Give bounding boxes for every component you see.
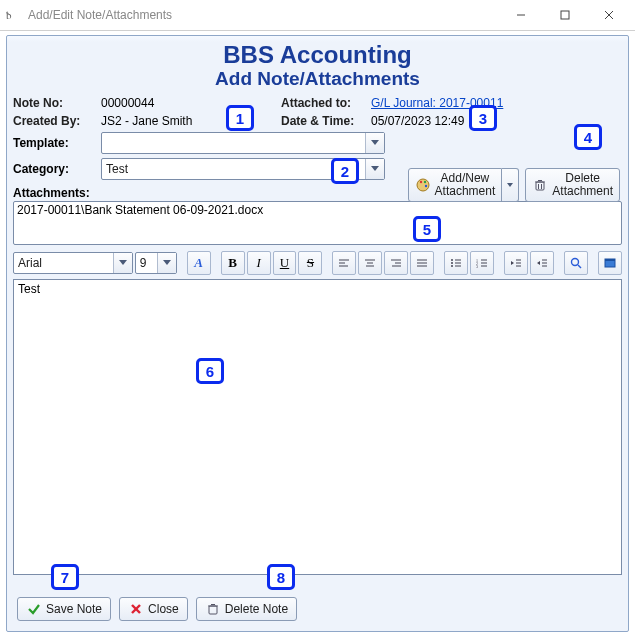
chevron-down-icon[interactable] bbox=[365, 133, 384, 153]
note-no-label: Note No: bbox=[13, 96, 101, 110]
font-size-value: 9 bbox=[136, 256, 157, 270]
title-bar: ᵬ Add/Edit Note/Attachments bbox=[0, 0, 635, 31]
align-right-button[interactable] bbox=[384, 251, 408, 275]
attachment-item[interactable]: 2017-00011\Bank Statement 06-09-2021.doc… bbox=[17, 203, 618, 217]
delete-icon bbox=[205, 601, 221, 617]
add-attachment-split-button[interactable]: Add/New Attachment bbox=[408, 168, 520, 202]
numbering-button[interactable]: 123 bbox=[470, 251, 494, 275]
svg-point-35 bbox=[451, 265, 453, 267]
badge-2: 2 bbox=[331, 158, 359, 184]
bold-button[interactable]: B bbox=[221, 251, 245, 275]
chevron-down-icon[interactable] bbox=[157, 253, 176, 273]
svg-point-9 bbox=[423, 181, 425, 183]
align-justify-button[interactable] bbox=[410, 251, 434, 275]
underline-button[interactable]: U bbox=[273, 251, 297, 275]
badge-4: 4 bbox=[574, 124, 602, 150]
main-panel: BBS Accounting Add Note/Attachments Note… bbox=[6, 35, 629, 632]
svg-line-52 bbox=[578, 265, 581, 268]
category-value: Test bbox=[102, 162, 365, 176]
attached-to-label: Attached to: bbox=[281, 96, 371, 110]
font-style-button[interactable]: A bbox=[187, 251, 211, 275]
template-label: Template: bbox=[13, 136, 101, 150]
align-center-button[interactable] bbox=[358, 251, 382, 275]
attachments-list[interactable]: 2017-00011\Bank Statement 06-09-2021.doc… bbox=[13, 201, 622, 245]
svg-marker-18 bbox=[163, 260, 171, 265]
created-by-label: Created By: bbox=[13, 114, 101, 128]
delete-attachment-label-2: Attachment bbox=[552, 184, 613, 198]
zoom-button[interactable] bbox=[564, 251, 588, 275]
save-note-label: Save Note bbox=[46, 602, 102, 616]
created-by-value: JS2 - Jane Smith bbox=[101, 114, 281, 128]
app-icon: ᵬ bbox=[6, 7, 22, 23]
svg-marker-47 bbox=[537, 261, 540, 265]
delete-attachment-button[interactable]: Delete Attachment bbox=[525, 168, 620, 202]
palette-icon bbox=[415, 177, 431, 193]
add-attachment-dropdown[interactable] bbox=[502, 168, 519, 202]
svg-point-10 bbox=[424, 185, 426, 187]
template-combo[interactable] bbox=[101, 132, 385, 154]
font-family-combo[interactable]: Arial bbox=[13, 252, 133, 274]
align-left-button[interactable] bbox=[332, 251, 356, 275]
note-editor[interactable]: Test bbox=[13, 279, 622, 575]
svg-point-31 bbox=[451, 259, 453, 261]
font-family-value: Arial bbox=[14, 256, 113, 270]
check-icon bbox=[26, 601, 42, 617]
italic-button[interactable]: I bbox=[247, 251, 271, 275]
datetime-value: 05/07/2023 12:49 bbox=[371, 114, 531, 128]
svg-point-8 bbox=[419, 181, 421, 183]
svg-point-7 bbox=[417, 179, 429, 191]
svg-marker-6 bbox=[371, 166, 379, 171]
page-heading: Add Note/Attachments bbox=[13, 68, 622, 90]
svg-text:ᵬ: ᵬ bbox=[6, 9, 12, 21]
editor-content: Test bbox=[18, 282, 40, 296]
delete-note-button[interactable]: Delete Note bbox=[196, 597, 297, 621]
indent-button[interactable] bbox=[530, 251, 554, 275]
badge-3: 3 bbox=[469, 105, 497, 131]
badge-8: 8 bbox=[267, 564, 295, 590]
badge-5: 5 bbox=[413, 216, 441, 242]
svg-marker-17 bbox=[119, 260, 127, 265]
app-heading: BBS Accounting bbox=[13, 42, 622, 68]
category-label: Category: bbox=[13, 162, 101, 176]
add-attachment-label-2: Attachment bbox=[435, 184, 496, 198]
editor-toolbar: Arial 9 A B I U S 123 bbox=[13, 251, 622, 275]
close-button[interactable]: Close bbox=[119, 597, 188, 621]
delete-note-label: Delete Note bbox=[225, 602, 288, 616]
bullets-button[interactable] bbox=[444, 251, 468, 275]
svg-rect-12 bbox=[536, 182, 544, 190]
x-icon bbox=[128, 601, 144, 617]
trash-icon bbox=[532, 177, 548, 193]
add-attachment-button[interactable]: Add/New Attachment bbox=[408, 168, 503, 202]
fullscreen-button[interactable] bbox=[598, 251, 622, 275]
note-no-value: 00000044 bbox=[101, 96, 281, 110]
svg-text:3: 3 bbox=[476, 264, 478, 268]
font-size-combo[interactable]: 9 bbox=[135, 252, 177, 274]
svg-rect-57 bbox=[209, 606, 217, 614]
svg-marker-43 bbox=[511, 261, 514, 265]
window-title: Add/Edit Note/Attachments bbox=[28, 8, 172, 22]
chevron-down-icon[interactable] bbox=[365, 159, 384, 179]
save-note-button[interactable]: Save Note bbox=[17, 597, 111, 621]
badge-7: 7 bbox=[51, 564, 79, 590]
maximize-button[interactable] bbox=[543, 1, 587, 29]
svg-point-51 bbox=[571, 259, 578, 266]
badge-6: 6 bbox=[196, 358, 224, 384]
svg-rect-54 bbox=[605, 259, 615, 261]
add-attachment-label-1: Add/New bbox=[441, 171, 490, 185]
minimize-button[interactable] bbox=[499, 1, 543, 29]
svg-marker-11 bbox=[507, 183, 513, 187]
badge-1: 1 bbox=[226, 105, 254, 131]
datetime-label: Date & Time: bbox=[281, 114, 371, 128]
chevron-down-icon[interactable] bbox=[113, 253, 132, 273]
close-window-button[interactable] bbox=[587, 1, 631, 29]
outdent-button[interactable] bbox=[504, 251, 528, 275]
svg-rect-2 bbox=[561, 11, 569, 19]
close-label: Close bbox=[148, 602, 179, 616]
delete-attachment-label-1: Delete bbox=[565, 171, 600, 185]
strike-button[interactable]: S bbox=[298, 251, 322, 275]
svg-point-33 bbox=[451, 262, 453, 264]
svg-marker-5 bbox=[371, 140, 379, 145]
